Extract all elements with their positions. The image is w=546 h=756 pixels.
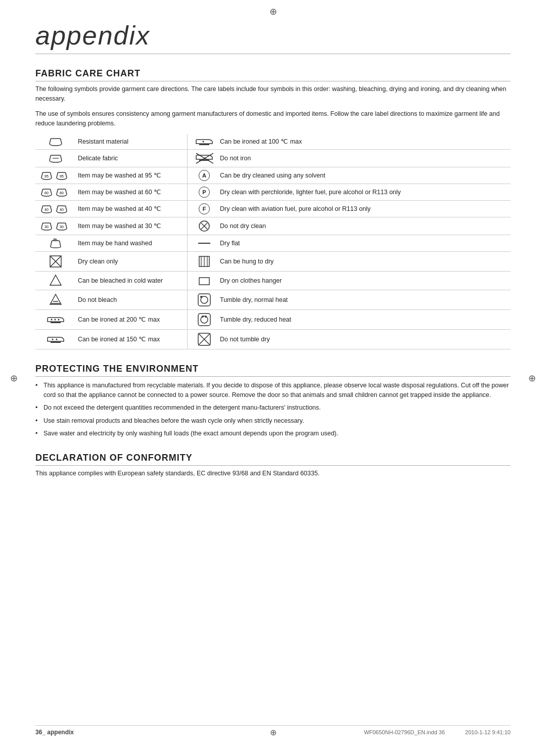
environment-bullet-list: This appliance is manufactured from recy… (35, 381, 511, 439)
left-icon-cell: 40 40 (35, 200, 76, 217)
right-desc-cell: Dry on clothes hanger (218, 271, 511, 290)
footer-date: 2010-1-12 9:41:10 (465, 729, 511, 735)
left-icon-cell (35, 235, 76, 251)
list-item: Use stain removal products and bleaches … (35, 416, 511, 426)
list-item: Save water and electricity by only washi… (35, 429, 511, 438)
list-item: This appliance is manufactured from recy… (35, 381, 511, 401)
right-desc-cell: Tumble dry, reduced heat (218, 309, 511, 329)
svg-point-35 (55, 319, 56, 320)
left-icon-cell (35, 149, 76, 167)
table-row: 30 30 Item may be washed at 30 ℃ Do not … (35, 217, 511, 235)
left-desc-cell: Can be ironed at 150 ℃ max (76, 329, 187, 349)
reg-mark-right: ⊕ (528, 373, 536, 384)
left-desc-cell: Item may be washed at 60 ℃ (76, 184, 187, 200)
right-desc-cell: Tumble dry, normal heat (218, 290, 511, 309)
svg-marker-27 (50, 294, 61, 304)
table-row: Delicate fabric Do not iron (35, 149, 511, 167)
fabric-intro-2: The use of symbols ensures consistency a… (35, 109, 511, 129)
right-icon-cell (188, 134, 218, 150)
svg-point-40 (205, 316, 207, 318)
footer-reg-mark: ⊕ (270, 728, 277, 737)
svg-rect-26 (199, 278, 209, 285)
reg-mark-top: ⊕ (269, 6, 277, 17)
right-icon-cell (188, 149, 218, 167)
section-title-environment: PROTECTING THE ENVIRONMENT (35, 364, 511, 377)
svg-text:40: 40 (44, 208, 49, 211)
left-icon-cell (35, 251, 76, 271)
list-item: Do not exceed the detergent quantities r… (35, 403, 511, 413)
page-title: appendix (35, 20, 511, 54)
left-icon-cell (35, 309, 76, 329)
svg-text:60: 60 (60, 191, 64, 195)
left-icon-cell: 60 60 (35, 184, 76, 200)
table-row: Can be ironed at 150 ℃ max Do not tumble… (35, 329, 511, 349)
table-row: 95 95 Item may be washed at 95 ℃ A Can b… (35, 167, 511, 184)
left-desc-cell: Do not bleach (76, 290, 187, 309)
left-icon-cell (35, 290, 76, 309)
right-icon-cell (188, 217, 218, 235)
right-desc-cell: Dry flat (218, 235, 511, 251)
svg-point-38 (201, 316, 208, 323)
right-desc-cell: Dry clean with perchloride, lighter fuel… (218, 184, 511, 200)
footer-filename: WF0650NH-02796D_EN.indd 36 (364, 729, 445, 735)
section-title-conformity: DECLARATION OF CONFORMITY (35, 453, 511, 466)
table-row: 60 60 Item may be washed at 60 ℃ P Dry c… (35, 184, 511, 200)
right-icon-cell (188, 251, 218, 271)
right-icon-cell: P (188, 184, 218, 200)
svg-point-36 (58, 319, 60, 320)
left-desc-cell: Delicate fabric (76, 149, 187, 167)
table-row: Can be bleached in cold water Dry on clo… (35, 271, 511, 290)
left-desc-cell: Can be bleached in cold water (76, 271, 187, 290)
left-icon-cell (35, 134, 76, 150)
left-desc-cell: Can be ironed at 200 ℃ max (76, 309, 187, 329)
conformity-text: This appliance complies with European sa… (35, 469, 511, 478)
right-desc-cell: Do not iron (218, 149, 511, 167)
right-desc-cell: Dry clean with aviation fuel, pure alcoh… (218, 200, 511, 217)
left-icon-cell: 95 95 (35, 167, 76, 184)
table-row: Do not bleach Tumble dry, normal heat (35, 290, 511, 309)
table-row: Dry clean only Can be hung to dry (35, 251, 511, 271)
right-desc-cell: Can be dry cleaned using any solvent (218, 167, 511, 184)
svg-point-1 (203, 141, 204, 142)
footer-page-number: 36_ appendix (35, 729, 74, 736)
section-title-fabric: FABRIC CARE CHART (35, 68, 511, 81)
table-row: Resistant material Can be ironed at 100 … (35, 134, 511, 150)
svg-text:40: 40 (60, 208, 64, 211)
right-desc-cell: Do not dry clean (218, 217, 511, 235)
right-desc-cell: Can be ironed at 100 ℃ max (218, 134, 511, 150)
reg-mark-left: ⊕ (10, 373, 18, 384)
svg-text:95: 95 (60, 174, 64, 178)
svg-text:60: 60 (44, 191, 49, 195)
right-icon-cell (188, 271, 218, 290)
table-row: Item may be hand washed Dry flat (35, 235, 511, 251)
left-desc-cell: Dry clean only (76, 251, 187, 271)
left-desc-cell: Item may be washed at 30 ℃ (76, 217, 187, 235)
right-icon-cell (188, 309, 218, 329)
svg-rect-37 (198, 314, 210, 326)
right-icon-cell: F (188, 200, 218, 217)
right-icon-cell: A (188, 167, 218, 184)
svg-point-42 (52, 338, 54, 340)
right-icon-cell (188, 235, 218, 251)
svg-text:30: 30 (60, 225, 64, 229)
right-icon-cell (188, 329, 218, 349)
left-desc-cell: Item may be washed at 95 ℃ (76, 167, 187, 184)
right-desc-cell: Can be hung to dry (218, 251, 511, 271)
left-desc-cell: Item may be hand washed (76, 235, 187, 251)
right-desc-cell: Do not tumble dry (218, 329, 511, 349)
table-row: Can be ironed at 200 ℃ max Tumble dry, r… (35, 309, 511, 329)
svg-point-39 (202, 316, 204, 318)
footer: 36_ appendix ⊕ WF0650NH-02796D_EN.indd 3… (35, 725, 511, 736)
left-desc-cell: Item may be washed at 40 ℃ (76, 200, 187, 217)
svg-text:95: 95 (44, 174, 49, 178)
left-icon-cell: 30 30 (35, 217, 76, 235)
svg-rect-30 (198, 294, 210, 306)
fabric-care-table: Resistant material Can be ironed at 100 … (35, 134, 511, 349)
left-icon-cell (35, 329, 76, 349)
svg-point-34 (51, 319, 53, 320)
left-icon-cell (35, 271, 76, 290)
left-desc-cell: Resistant material (76, 134, 187, 150)
svg-text:30: 30 (44, 225, 49, 229)
svg-point-43 (56, 338, 58, 340)
table-row: 40 40 Item may be washed at 40 ℃ F Dry c… (35, 200, 511, 217)
